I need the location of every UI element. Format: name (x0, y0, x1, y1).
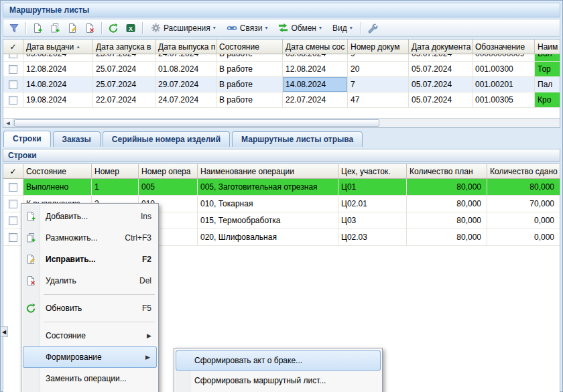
cell[interactable]: 0,000 (487, 212, 560, 228)
cell[interactable]: 24.07.2024 (155, 92, 216, 107)
cell[interactable]: 22.07.2024 (93, 92, 155, 107)
edit-button[interactable] (64, 21, 80, 36)
cell[interactable]: 29.07.2024 (155, 77, 216, 92)
tab-rows[interactable]: Строки (3, 131, 51, 147)
cell[interactable]: 001.00300 (473, 62, 535, 76)
links-menu-button[interactable]: Связи ▾ (222, 21, 273, 36)
cell[interactable]: 25.07.2024 (93, 77, 155, 92)
row-checkbox[interactable] (9, 96, 17, 105)
cell[interactable]: В работе (216, 54, 283, 61)
cell[interactable]: 015, Термообработка (198, 212, 338, 228)
scroll-left-button[interactable]: ◀ (3, 119, 13, 127)
exchange-menu-button[interactable]: Обмен ▾ (273, 21, 326, 36)
table-row-selected[interactable]: 14.08.2024 25.07.2024 29.07.2024 В работ… (3, 77, 560, 92)
menu-item-add[interactable]: Добавить... Ins (21, 206, 158, 227)
cell[interactable]: В работе (216, 62, 283, 76)
row-checkbox[interactable] (9, 54, 17, 58)
select-all-header[interactable]: ✓ (3, 40, 23, 54)
row-checkbox[interactable] (9, 65, 17, 74)
column-header-op-state[interactable]: Состояние (23, 164, 92, 179)
cell[interactable]: Пал (535, 77, 560, 92)
column-header-doc-date[interactable]: Дата документа (409, 40, 473, 54)
cell[interactable]: 25.07.2024 (93, 62, 155, 76)
column-header-state[interactable]: Состояние (216, 40, 283, 54)
submenu-item-generate-route-sheet[interactable]: Сформировать маршрутный лист... (174, 371, 382, 391)
cell[interactable]: 80,000 (487, 179, 560, 195)
cell[interactable]: 80,000 (407, 196, 487, 212)
column-header-number[interactable]: Номер (92, 164, 139, 179)
table-row[interactable]: 12.08.2024 25.07.2024 01.08.2024 В работ… (3, 62, 560, 77)
refresh-button[interactable] (105, 21, 121, 36)
column-header-op-name[interactable]: Наименование операции (198, 164, 338, 179)
tab-serial-numbers[interactable]: Серийные номера изделий (103, 131, 230, 147)
submenu-item-generate-defect-act[interactable]: Сформировать акт о браке... (176, 350, 381, 371)
column-header-op-number[interactable]: Номер опера (139, 164, 198, 179)
cell[interactable]: 005 (139, 179, 198, 195)
column-header-designation[interactable]: Обозначение (473, 40, 535, 54)
cell[interactable]: 1 (92, 179, 139, 195)
cell[interactable]: 80,000 (407, 179, 487, 195)
horizontal-scrollbar[interactable]: ◀ (3, 118, 560, 127)
collapse-panel-button[interactable]: ◀ (1, 326, 8, 337)
cell[interactable]: 12.08.2024 (23, 62, 93, 76)
delete-button[interactable] (82, 21, 98, 36)
cell[interactable]: 20 (348, 62, 409, 76)
cell[interactable]: Ц03 (338, 212, 407, 228)
cell[interactable]: Ц01 (338, 179, 407, 195)
cell[interactable]: 005, Заготовительная отрезная (198, 179, 338, 195)
cell[interactable]: 80,000 (407, 212, 487, 228)
cell[interactable]: 001.00201 (473, 77, 535, 92)
menu-item-generation[interactable]: Формирование ▶ (23, 346, 157, 368)
select-all-header[interactable]: ✓ (3, 164, 23, 179)
cell[interactable]: 05.07.2024 (409, 54, 473, 61)
tab-detachment-route-sheets[interactable]: Маршрутные листы отрыва (232, 131, 363, 147)
cell[interactable]: 05.07.2024 (409, 92, 473, 107)
cell[interactable]: 47 (348, 92, 409, 107)
cell[interactable]: 020, Шлифовальная (198, 229, 338, 245)
cell[interactable]: 12.08.2024 (283, 62, 348, 76)
row-checkbox[interactable] (9, 80, 17, 89)
cell[interactable]: Ц02.01 (338, 196, 407, 212)
cell[interactable]: В работе (216, 77, 283, 92)
cell[interactable]: 05.07.2024 (409, 77, 473, 92)
row-checkbox[interactable] (9, 183, 17, 192)
menu-item-edit[interactable]: Исправить... F2 (21, 249, 158, 270)
column-header-doc-number[interactable]: Номер докум (348, 40, 409, 54)
selected-cell[interactable]: 14.08.2024 (283, 77, 348, 92)
scrollbar-thumb[interactable] (14, 119, 379, 127)
menu-item-delete[interactable]: Удалить Del (21, 270, 158, 291)
menu-item-duplicate[interactable]: Размножить... Ctrl+F3 (21, 227, 158, 249)
cell[interactable]: 01.08.2024 (155, 62, 216, 76)
column-header-name[interactable]: Наим (535, 40, 560, 54)
cell[interactable]: Выполнено (23, 179, 92, 195)
cell[interactable]: 00000000009 (473, 54, 535, 61)
cell[interactable]: В работе (216, 92, 283, 107)
cell[interactable]: Ц02.03 (338, 229, 407, 245)
copy-button[interactable] (47, 21, 63, 36)
column-header-release-date[interactable]: Дата выпуска п (155, 40, 216, 54)
excel-button[interactable]: X (123, 21, 139, 36)
add-button[interactable] (29, 21, 46, 36)
extensions-menu-button[interactable]: Расширения ▾ (146, 21, 221, 36)
column-header-qty-plan[interactable]: Количество план (407, 164, 487, 179)
column-header-state-change-date[interactable]: Дата смены сос (283, 40, 348, 54)
table-row[interactable]: 19.08.2024 22.07.2024 24.07.2024 В работ… (3, 92, 560, 108)
row-checkbox[interactable] (9, 233, 17, 242)
cell[interactable]: 9 (348, 54, 409, 61)
cell[interactable]: 001.00305 (473, 92, 535, 107)
column-header-issue-date[interactable]: Дата выдачи▲ (23, 40, 93, 54)
column-header-qty-done[interactable]: Количество сдано (487, 164, 560, 179)
cell[interactable]: 0,000 (487, 229, 560, 245)
table-row-done[interactable]: Выполнено 1 005 005, Заготовительная отр… (3, 179, 560, 196)
filter-button[interactable] (6, 21, 22, 36)
cell[interactable]: 14.08.2024 (23, 77, 93, 92)
cell[interactable]: 010, Токарная (198, 196, 338, 212)
cell[interactable]: 22.07.2024 (283, 92, 348, 107)
menu-item-replace-operations[interactable]: Заменить операции... (21, 368, 158, 389)
cell[interactable]: Вол (535, 54, 560, 61)
cell[interactable]: 24.07.2024 (155, 54, 216, 61)
cell[interactable]: Тор (535, 62, 560, 76)
cell[interactable]: 05.08.2024 (283, 54, 348, 61)
settings-wrench-button[interactable] (365, 21, 381, 36)
cell[interactable]: Кро (535, 92, 560, 107)
